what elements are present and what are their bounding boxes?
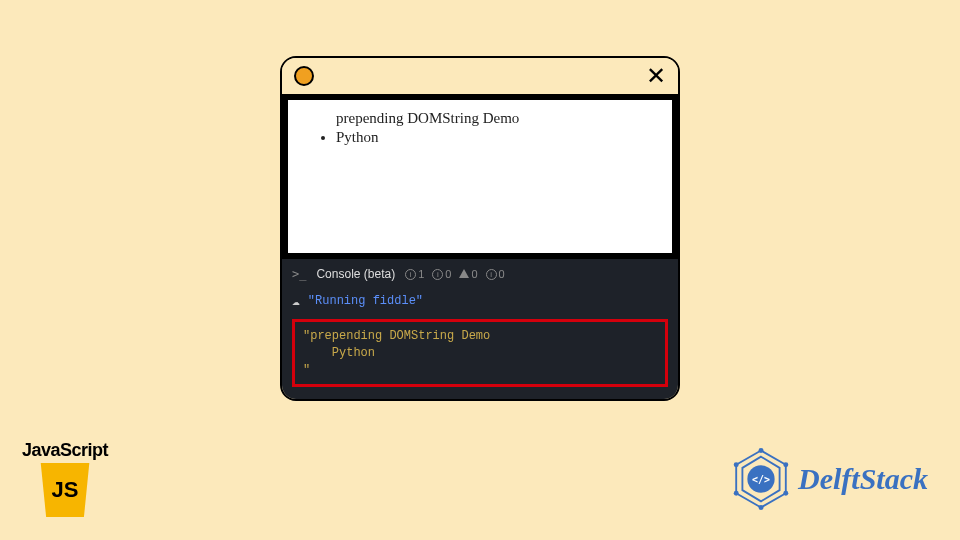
svg-point-9 [734, 462, 739, 467]
delftstack-emblem-icon: </> [730, 448, 792, 510]
warn-count: 0 [471, 268, 477, 280]
circle-count: 0 [445, 268, 451, 280]
other-icon: i [486, 269, 497, 280]
svg-point-5 [783, 462, 788, 467]
window-titlebar: ✕ [282, 58, 678, 94]
delftstack-text: DelftStack [798, 462, 928, 496]
console-prompt-icon: >_ [292, 267, 306, 281]
content-list: Python [336, 129, 654, 146]
console-panel: >_ Console (beta) i 1 i 0 0 i 0 [282, 259, 678, 399]
running-fiddle-text: "Running fiddle" [308, 294, 423, 308]
traffic-light-dot[interactable] [294, 66, 314, 86]
output-line-1: "prepending DOMString Demo [303, 329, 490, 343]
console-output-highlight: "prepending DOMString Demo Python " [292, 319, 668, 387]
circle-badge: i 0 [432, 268, 451, 280]
console-badges: i 1 i 0 0 i 0 [405, 268, 505, 280]
svg-point-4 [759, 448, 764, 453]
svg-point-7 [759, 505, 764, 510]
svg-text:</>: </> [752, 474, 770, 485]
other-count: 0 [499, 268, 505, 280]
close-icon[interactable]: ✕ [646, 64, 666, 88]
javascript-logo: JavaScript JS [22, 440, 108, 517]
warning-icon [459, 269, 469, 278]
console-running-line: ☁ "Running fiddle" [282, 289, 678, 313]
output-line-3: " [303, 363, 310, 377]
js-badge-text: JS [52, 477, 79, 503]
output-line-2: Python [303, 346, 375, 360]
browser-window: ✕ prepending DOMString Demo Python >_ Co… [280, 56, 680, 401]
content-heading: prepending DOMString Demo [336, 110, 654, 127]
info-icon: i [405, 269, 416, 280]
js-shield-icon: JS [38, 463, 92, 517]
svg-point-6 [783, 491, 788, 496]
list-item: Python [336, 129, 654, 146]
svg-point-8 [734, 491, 739, 496]
other-badge: i 0 [486, 268, 505, 280]
console-header: >_ Console (beta) i 1 i 0 0 i 0 [282, 259, 678, 289]
info-badge: i 1 [405, 268, 424, 280]
delftstack-logo: </> DelftStack [730, 448, 928, 510]
circle-icon: i [432, 269, 443, 280]
javascript-label: JavaScript [22, 440, 108, 461]
warn-badge: 0 [459, 268, 477, 280]
info-count: 1 [418, 268, 424, 280]
page-content: prepending DOMString Demo Python [282, 94, 678, 259]
cloud-icon: ☁ [292, 293, 300, 309]
console-title: Console (beta) [316, 267, 395, 281]
